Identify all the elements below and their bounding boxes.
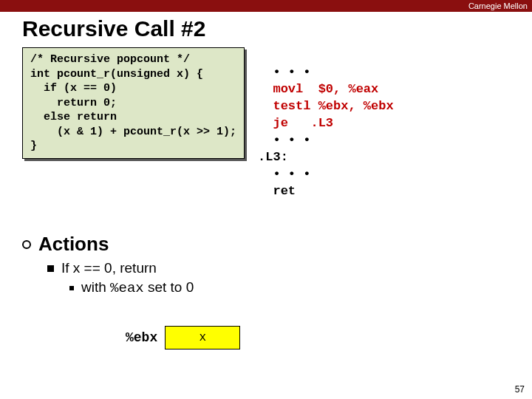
slide-title: Recursive Call #2 xyxy=(22,16,532,41)
asm-movl: movl $0, %eax xyxy=(258,82,378,96)
bullet-if-zero: If x == 0, return xyxy=(61,260,157,276)
subbullet-post: set to 0 xyxy=(144,279,194,295)
square-bullet-icon xyxy=(47,265,54,272)
asm-ellipsis-2: • • • xyxy=(258,133,310,147)
actions-heading: Actions xyxy=(38,233,109,256)
asm-ellipsis-3: • • • xyxy=(258,167,310,181)
asm-label-l3: .L3: xyxy=(258,150,288,164)
assembly-listing: • • • movl $0, %eax testl %ebx, %ebx je … xyxy=(258,47,394,216)
asm-je: je .L3 xyxy=(258,116,333,130)
subbullet-reg: %eax xyxy=(110,280,144,296)
actions-section: Actions If x == 0, return with %eax set … xyxy=(22,233,532,296)
square-bullet-small-icon xyxy=(69,286,74,290)
content-columns: /* Recursive popcount */ int pcount_r(un… xyxy=(0,47,532,216)
register-label: %ebx xyxy=(126,330,157,345)
asm-ret: ret xyxy=(258,184,296,198)
asm-ellipsis: • • • xyxy=(258,65,310,79)
register-diagram: %ebx x xyxy=(126,326,532,349)
c-code-box: /* Recursive popcount */ int pcount_r(un… xyxy=(22,47,245,159)
asm-testl: testl %ebx, %ebx xyxy=(258,99,394,113)
register-box: x xyxy=(165,326,240,349)
ring-bullet-icon xyxy=(22,240,31,249)
brand-text: Carnegie Mellon xyxy=(468,1,528,10)
subbullet-pre: with xyxy=(81,279,110,295)
page-number: 57 xyxy=(515,384,525,395)
subbullet-eax: with %eax set to 0 xyxy=(81,279,194,296)
brand-bar: Carnegie Mellon xyxy=(0,0,532,12)
